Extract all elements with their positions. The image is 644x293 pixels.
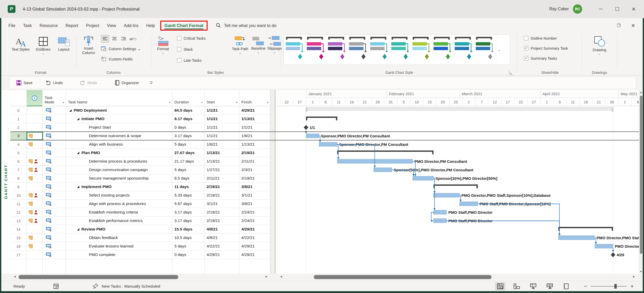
task-name-cell[interactable]: PMO complete [66, 251, 172, 259]
task-name-cell[interactable]: Review PMO [66, 225, 172, 233]
task-name-cell[interactable]: Select existing projects [66, 191, 172, 199]
scroll-left-icon[interactable]: ◄ [13, 275, 16, 278]
gantt-style-swatch-7[interactable] [411, 36, 433, 63]
table-row[interactable]: 4Align with business5 days1/6/211/13/21 [10, 140, 270, 149]
indicator-cell[interactable] [27, 166, 42, 174]
collapse-triangle-icon[interactable] [77, 152, 79, 154]
indicator-cell[interactable] [27, 123, 42, 131]
task-bar[interactable] [306, 134, 319, 138]
task-mode-cell[interactable] [42, 217, 66, 225]
collapse-triangle-icon[interactable] [77, 118, 79, 120]
task-mode-cell[interactable] [42, 157, 66, 165]
finish-cell[interactable]: 2/24/21 [239, 208, 270, 216]
undo-button[interactable]: Undo [45, 80, 63, 85]
task-name-cell[interactable]: Align with business [66, 140, 172, 148]
scroll-left-icon[interactable]: ◄ [280, 275, 283, 278]
zoom-in-icon[interactable]: + [630, 283, 634, 290]
view-report-button[interactable] [561, 282, 571, 290]
task-mode-cell[interactable] [42, 174, 66, 182]
task-name-cell[interactable]: Design communication campaign [66, 166, 172, 174]
row-number[interactable]: 1 [10, 115, 27, 123]
task-name-cell[interactable]: Initiate PMO [66, 115, 172, 123]
vertical-scrollbar-thumb[interactable] [640, 96, 642, 254]
gantt-style-swatch-8[interactable] [433, 36, 454, 63]
start-cell[interactable]: 2/19/21 [204, 191, 239, 199]
table-row[interactable]: 2Project Start0 days1/1/211/1/21 [10, 123, 270, 132]
indicator-cell[interactable] [27, 115, 42, 123]
tab-help[interactable]: Help [142, 21, 159, 31]
calendar-status-icon[interactable] [53, 283, 60, 289]
view-resource-sheet-button[interactable] [545, 282, 555, 290]
finish-cell[interactable]: 3/8/21 [239, 183, 270, 191]
task-mode-cell[interactable] [42, 183, 66, 191]
row-number[interactable]: 14 [10, 225, 27, 233]
task-name-cell[interactable]: Determine process & procedures [66, 157, 172, 165]
tab-report[interactable]: Report [62, 21, 82, 31]
close-document-icon[interactable]: ✕ [626, 19, 640, 32]
duration-cell[interactable]: 0 days [172, 251, 204, 259]
indicator-cell[interactable] [27, 208, 42, 216]
pin-icon[interactable] [93, 283, 99, 289]
finish-cell[interactable]: 4/29/21 [239, 106, 270, 114]
gridlines-button[interactable]: Gridlines ⌄ [33, 35, 53, 55]
checkbox-late-tasks[interactable]: Late Tasks [177, 58, 206, 63]
gantt-style-swatch-6[interactable] [390, 36, 411, 63]
checkbox-outline-number[interactable]: Outline Number [524, 36, 568, 40]
slippage-button[interactable]: Slippage ⌄ [267, 35, 283, 54]
tab-task[interactable]: Task [19, 21, 36, 31]
task-name-cell[interactable]: PMO Deployment [66, 106, 172, 114]
indicator-cell[interactable] [27, 251, 42, 259]
collapse-triangle-icon[interactable] [69, 109, 72, 112]
redo-button[interactable]: Redo ⌄ [80, 80, 102, 85]
minimize-button[interactable]: ─ [592, 0, 609, 18]
start-cell[interactable]: 1/1/21 [204, 106, 239, 114]
finish-cell[interactable]: 1/13/21 [239, 140, 270, 148]
tab-gantt-chart-format[interactable]: Gantt Chart Format [164, 23, 203, 29]
row-number[interactable]: 7 [10, 166, 27, 174]
tab-project[interactable]: Project [82, 21, 103, 31]
row-number[interactable]: 17 [10, 251, 27, 259]
duration-cell[interactable]: 3.17 days [172, 132, 204, 140]
table-row[interactable]: 0PMO Deployment84.5 days1/1/214/29/21 [10, 106, 270, 115]
task-mode-cell[interactable] [42, 208, 66, 216]
duration-cell[interactable]: 3.17 days [172, 217, 204, 225]
duration-cell[interactable]: 5.33 days [172, 191, 204, 199]
zoom-out-icon[interactable]: − [584, 283, 587, 290]
task-bar[interactable] [558, 236, 595, 240]
table-row[interactable]: 3Determine outcomes & scope3.17 days1/1/… [10, 132, 270, 140]
row-number[interactable]: 11 [10, 200, 27, 208]
summary-bar[interactable] [337, 150, 434, 154]
duration-cell[interactable]: 15.5 days [172, 225, 204, 233]
tab-view[interactable]: View [103, 21, 120, 31]
indicator-cell[interactable] [27, 174, 42, 182]
finish-cell[interactable]: 1/1/21 [239, 123, 270, 131]
table-horizontal-scrollbar[interactable]: ◄ ► [11, 274, 270, 280]
finish-cell[interactable]: 2/24/21 [239, 217, 270, 225]
task-mode-cell[interactable] [42, 251, 66, 259]
view-team-planner-button[interactable] [528, 282, 538, 290]
start-cell[interactable]: 1/6/21 [204, 140, 239, 148]
task-bar[interactable] [434, 210, 447, 214]
summary-bar[interactable] [306, 117, 337, 120]
save-button[interactable]: Save [16, 80, 32, 85]
task-mode-cell[interactable] [42, 234, 66, 242]
task-bar[interactable] [434, 193, 460, 197]
task-mode-cell[interactable] [42, 140, 66, 148]
checkbox-icon[interactable]: ✓ [524, 46, 528, 50]
task-name-cell[interactable]: Evaluate lessons learned [66, 242, 172, 250]
collapse-triangle-icon[interactable] [77, 228, 79, 230]
task-mode-cell[interactable] [42, 115, 66, 123]
duration-cell[interactable]: 5.67 days [172, 200, 204, 208]
gantt-style-swatch-9[interactable] [454, 36, 475, 63]
duration-cell[interactable]: 10.5 days [172, 234, 204, 242]
task-bar[interactable] [460, 202, 478, 206]
indicator-cell[interactable] [27, 225, 42, 233]
finish-cell[interactable]: 3/1/21 [239, 191, 270, 199]
row-number[interactable]: 3 [10, 132, 27, 140]
layout-button[interactable]: Layout [54, 35, 73, 52]
table-row[interactable]: 17PMO complete0 days4/29/214/29/21 [10, 251, 270, 259]
tab-file[interactable]: File [5, 21, 19, 31]
duration-cell[interactable]: 11 days [172, 183, 204, 191]
task-name-cell[interactable]: Establish monitoring criteria [66, 208, 172, 216]
table-row[interactable]: 13Establish performance metrics3.17 days… [10, 217, 270, 225]
